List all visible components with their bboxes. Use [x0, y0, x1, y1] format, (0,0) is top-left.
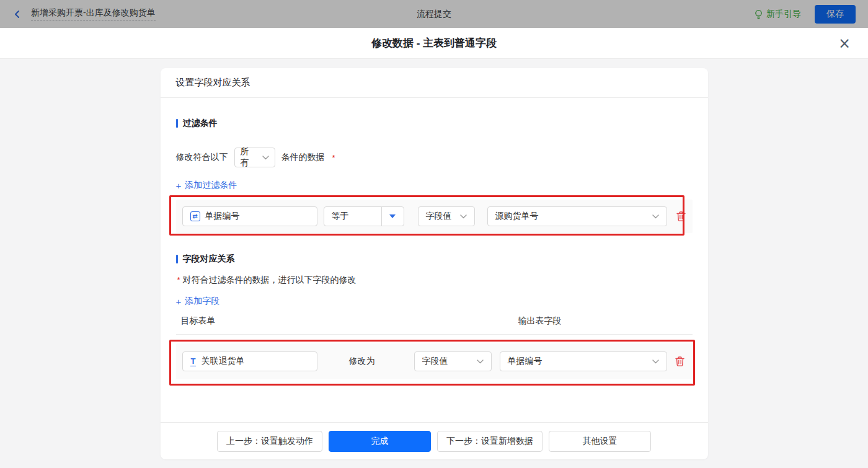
required-asterisk: * — [177, 275, 180, 285]
target-field-input[interactable]: T 关联退货单 — [182, 351, 317, 371]
text-field-icon: T — [190, 357, 197, 366]
done-button[interactable]: 完成 — [329, 431, 431, 452]
condition-prefix: 修改符合以下 — [176, 152, 228, 163]
source-field-value: 源购货单号 — [495, 211, 539, 222]
operator-select[interactable]: 等于 — [324, 206, 404, 226]
filter-section-title: 过滤条件 — [176, 118, 693, 129]
mapping-section-label: 字段对应关系 — [183, 254, 235, 265]
modal-header: 修改数据 - 主表到普通字段 × — [0, 28, 868, 59]
delete-condition-button[interactable] — [676, 211, 686, 222]
beginner-guide-label: 新手引导 — [766, 9, 801, 20]
prev-step-button[interactable]: 上一步：设置触发动作 — [217, 431, 322, 452]
output-value-type-select[interactable]: 字段值 — [414, 351, 492, 371]
chevron-down-icon — [652, 214, 659, 219]
add-field-label: 添加字段 — [185, 296, 219, 307]
section-accent-bar — [176, 119, 178, 128]
plus-icon: + — [176, 297, 182, 306]
output-value-type-value: 字段值 — [422, 356, 448, 367]
chevron-down-icon — [460, 214, 467, 219]
modal-title: 修改数据 - 主表到普通字段 — [371, 36, 497, 50]
required-asterisk: * — [332, 153, 335, 162]
section-accent-bar — [176, 255, 178, 263]
field-mapping-row: T 关联退货单 修改为 字段值 单据编号 — [176, 343, 693, 379]
chevron-down-icon — [652, 360, 659, 364]
modify-to-label: 修改为 — [349, 356, 375, 367]
condition-field-value: 单据编号 — [205, 211, 240, 222]
modal-body: 设置字段对应关系 过滤条件 修改符合以下 所有 条件的数据 * — [0, 68, 868, 468]
target-field-value: 关联退货单 — [201, 356, 244, 367]
card-footer: 上一步：设置触发动作 完成 下一步：设置新增数据 其他设置 — [161, 422, 708, 459]
mapping-description: 对符合过滤条件的数据，进行以下字段的修改 — [182, 275, 356, 285]
lightbulb-icon — [754, 9, 763, 19]
next-step-button[interactable]: 下一步：设置新增数据 — [437, 431, 542, 452]
value-type-value: 字段值 — [426, 211, 452, 222]
process-submit-label: 流程提交 — [0, 9, 868, 20]
trash-icon — [676, 211, 686, 222]
chevron-down-icon — [477, 360, 484, 364]
add-filter-condition-label: 添加过滤条件 — [185, 180, 237, 191]
match-mode-select[interactable]: 所有 — [234, 148, 275, 167]
operator-value: 等于 — [324, 211, 376, 222]
beginner-guide-link[interactable]: 新手引导 — [754, 9, 801, 20]
add-filter-condition-link[interactable]: + 添加过滤条件 — [176, 180, 237, 191]
mapping-section-title: 字段对应关系 — [176, 254, 693, 265]
output-field-value: 单据编号 — [508, 356, 542, 367]
source-field-select[interactable]: 源购货单号 — [487, 206, 667, 226]
caret-down-icon — [389, 214, 396, 218]
filter-section-label: 过滤条件 — [183, 118, 218, 129]
add-field-link[interactable]: + 添加字段 — [176, 296, 220, 307]
filter-condition-row: ⇄ 单据编号 等于 字段值 源购货单号 — [176, 200, 693, 233]
mapping-description-line: * 对符合过滤条件的数据，进行以下字段的修改 — [176, 275, 693, 286]
output-field-select[interactable]: 单据编号 — [500, 351, 667, 371]
delete-mapping-button[interactable] — [675, 356, 685, 367]
mapping-column-headers: 目标表单 输出表字段 — [176, 316, 693, 335]
serial-number-field-icon: ⇄ — [190, 211, 200, 221]
condition-suffix: 条件的数据 — [281, 152, 325, 163]
match-condition-line: 修改符合以下 所有 条件的数据 * — [176, 148, 693, 167]
card-header-title: 设置字段对应关系 — [161, 68, 708, 98]
match-mode-value: 所有 — [241, 146, 257, 169]
operator-caret-button[interactable] — [381, 207, 404, 226]
target-form-column-header: 目标表单 — [181, 316, 518, 327]
plus-icon: + — [176, 181, 182, 190]
output-field-column-header: 输出表字段 — [518, 316, 562, 327]
other-settings-button[interactable]: 其他设置 — [549, 431, 651, 452]
close-icon[interactable]: × — [838, 36, 851, 51]
settings-card: 设置字段对应关系 过滤条件 修改符合以下 所有 条件的数据 * — [161, 68, 708, 459]
trash-icon — [675, 356, 685, 367]
app-toolbar: 新增采购开票-出库及修改购货单 流程提交 新手引导 保存 — [0, 0, 868, 28]
value-type-select[interactable]: 字段值 — [418, 206, 475, 226]
save-button[interactable]: 保存 — [815, 5, 856, 24]
condition-field-input[interactable]: ⇄ 单据编号 — [182, 206, 317, 226]
chevron-down-icon — [262, 156, 269, 160]
